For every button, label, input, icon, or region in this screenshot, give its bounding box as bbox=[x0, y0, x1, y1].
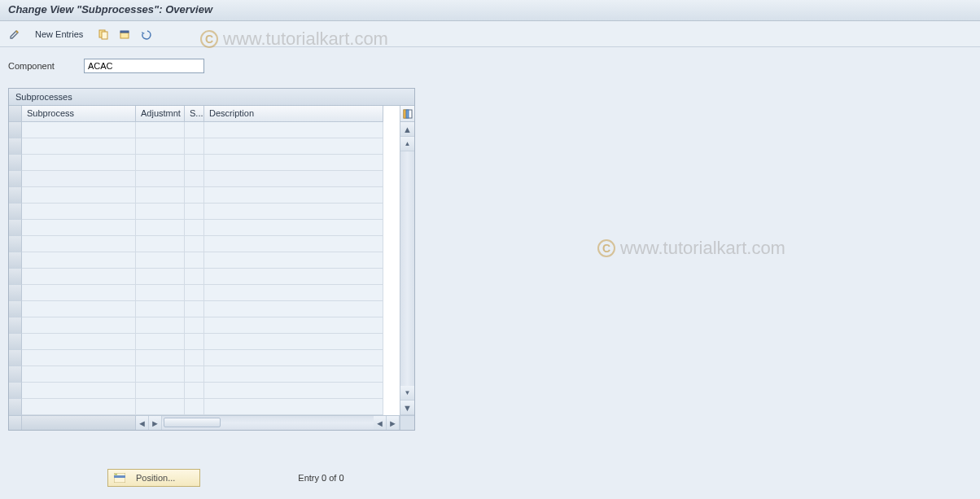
position-button[interactable]: Position... bbox=[107, 469, 200, 487]
table-row[interactable] bbox=[9, 171, 400, 187]
page-down-icon[interactable]: ▼ bbox=[400, 386, 414, 401]
table-row[interactable] bbox=[9, 204, 400, 220]
column-header-adjustment[interactable]: Adjustmnt bbox=[136, 106, 185, 122]
configure-columns-icon[interactable] bbox=[400, 106, 414, 122]
row-selector[interactable] bbox=[9, 138, 22, 155]
cell-s[interactable] bbox=[185, 334, 204, 350]
table-row[interactable] bbox=[9, 187, 400, 204]
row-selector[interactable] bbox=[9, 220, 22, 236]
cell-description[interactable] bbox=[204, 334, 383, 350]
scroll-down-icon[interactable]: ▼ bbox=[400, 401, 414, 415]
delete-icon[interactable] bbox=[116, 26, 133, 42]
scroll-up-icon[interactable]: ▲ bbox=[400, 122, 414, 137]
cell-subprocess[interactable] bbox=[22, 187, 136, 204]
cell-subprocess[interactable] bbox=[22, 334, 136, 350]
table-row[interactable] bbox=[9, 350, 400, 366]
row-selector[interactable] bbox=[9, 204, 22, 220]
row-selector[interactable] bbox=[9, 187, 22, 204]
cell-s[interactable] bbox=[185, 204, 204, 220]
table-row[interactable] bbox=[9, 269, 400, 285]
cell-adjustment[interactable] bbox=[136, 122, 185, 138]
scroll-left-end-icon[interactable]: ◄ bbox=[374, 416, 387, 430]
cell-adjustment[interactable] bbox=[136, 366, 185, 383]
cell-description[interactable] bbox=[204, 220, 383, 236]
cell-subprocess[interactable] bbox=[22, 301, 136, 317]
cell-subprocess[interactable] bbox=[22, 220, 136, 236]
cell-s[interactable] bbox=[185, 366, 204, 383]
scroll-right-icon[interactable]: ► bbox=[149, 416, 162, 430]
cell-s[interactable] bbox=[185, 252, 204, 269]
row-selector[interactable] bbox=[9, 399, 22, 415]
row-selector[interactable] bbox=[9, 285, 22, 301]
horizontal-scroll-track[interactable] bbox=[162, 416, 374, 430]
cell-subprocess[interactable] bbox=[22, 350, 136, 366]
row-selector[interactable] bbox=[9, 383, 22, 399]
row-selector[interactable] bbox=[9, 252, 22, 269]
row-selector[interactable] bbox=[9, 334, 22, 350]
cell-s[interactable] bbox=[185, 350, 204, 366]
table-row[interactable] bbox=[9, 317, 400, 334]
cell-subprocess[interactable] bbox=[22, 155, 136, 171]
cell-adjustment[interactable] bbox=[136, 317, 185, 334]
cell-subprocess[interactable] bbox=[22, 252, 136, 269]
row-selector-header[interactable] bbox=[9, 106, 22, 122]
cell-adjustment[interactable] bbox=[136, 252, 185, 269]
column-header-description[interactable]: Description bbox=[204, 106, 383, 122]
cell-adjustment[interactable] bbox=[136, 236, 185, 252]
table-row[interactable] bbox=[9, 399, 400, 415]
table-row[interactable] bbox=[9, 252, 400, 269]
cell-description[interactable] bbox=[204, 252, 383, 269]
row-selector[interactable] bbox=[9, 122, 22, 138]
cell-s[interactable] bbox=[185, 285, 204, 301]
cell-description[interactable] bbox=[204, 171, 383, 187]
cell-adjustment[interactable] bbox=[136, 269, 185, 285]
cell-s[interactable] bbox=[185, 317, 204, 334]
scroll-left-icon[interactable]: ◄ bbox=[136, 416, 149, 430]
cell-description[interactable] bbox=[204, 383, 383, 399]
scroll-right-end-icon[interactable]: ► bbox=[387, 416, 400, 430]
table-row[interactable] bbox=[9, 155, 400, 171]
cell-adjustment[interactable] bbox=[136, 187, 185, 204]
row-selector[interactable] bbox=[9, 171, 22, 187]
cell-adjustment[interactable] bbox=[136, 383, 185, 399]
cell-subprocess[interactable] bbox=[22, 204, 136, 220]
horizontal-scroll-thumb[interactable] bbox=[164, 418, 221, 427]
row-selector[interactable] bbox=[9, 317, 22, 334]
cell-s[interactable] bbox=[185, 383, 204, 399]
cell-s[interactable] bbox=[185, 236, 204, 252]
cell-description[interactable] bbox=[204, 204, 383, 220]
row-selector[interactable] bbox=[9, 236, 22, 252]
row-selector[interactable] bbox=[9, 301, 22, 317]
cell-subprocess[interactable] bbox=[22, 171, 136, 187]
table-row[interactable] bbox=[9, 301, 400, 317]
cell-subprocess[interactable] bbox=[22, 399, 136, 415]
cell-adjustment[interactable] bbox=[136, 204, 185, 220]
cell-adjustment[interactable] bbox=[136, 220, 185, 236]
cell-description[interactable] bbox=[204, 350, 383, 366]
cell-subprocess[interactable] bbox=[22, 383, 136, 399]
cell-description[interactable] bbox=[204, 399, 383, 415]
cell-subprocess[interactable] bbox=[22, 366, 136, 383]
table-row[interactable] bbox=[9, 138, 400, 155]
cell-subprocess[interactable] bbox=[22, 285, 136, 301]
cell-adjustment[interactable] bbox=[136, 171, 185, 187]
row-selector[interactable] bbox=[9, 269, 22, 285]
cell-adjustment[interactable] bbox=[136, 399, 185, 415]
cell-subprocess[interactable] bbox=[22, 138, 136, 155]
cell-description[interactable] bbox=[204, 301, 383, 317]
undo-icon[interactable] bbox=[138, 26, 154, 42]
cell-adjustment[interactable] bbox=[136, 301, 185, 317]
row-selector[interactable] bbox=[9, 155, 22, 171]
table-row[interactable] bbox=[9, 383, 400, 399]
component-input[interactable] bbox=[84, 59, 204, 73]
cell-adjustment[interactable] bbox=[136, 350, 185, 366]
cell-s[interactable] bbox=[185, 138, 204, 155]
vertical-scroll-track[interactable] bbox=[400, 151, 414, 386]
cell-adjustment[interactable] bbox=[136, 138, 185, 155]
cell-description[interactable] bbox=[204, 285, 383, 301]
row-selector[interactable] bbox=[9, 366, 22, 383]
cell-description[interactable] bbox=[204, 236, 383, 252]
copy-as-icon[interactable] bbox=[95, 26, 112, 42]
new-entries-button[interactable]: New Entries bbox=[28, 26, 90, 42]
cell-description[interactable] bbox=[204, 138, 383, 155]
